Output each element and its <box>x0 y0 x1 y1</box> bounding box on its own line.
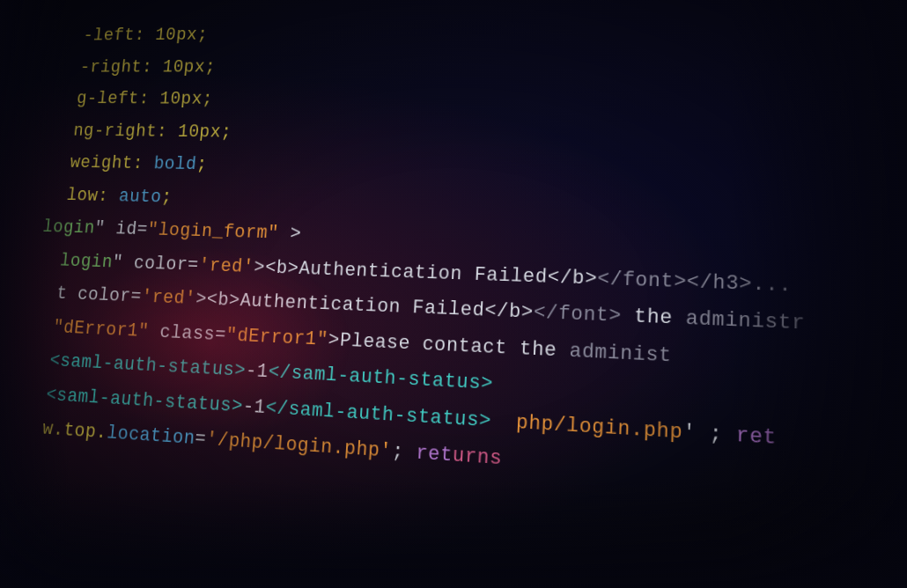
code-line: -right: 10px; <box>58 48 907 84</box>
code-screen: -left: 10px; -right: 10px; g-left: 10px;… <box>0 0 907 588</box>
code-block: -left: 10px; -right: 10px; g-left: 10px;… <box>0 0 907 558</box>
code-line: -left: 10px; <box>62 12 907 51</box>
code-line: g-left: 10px; <box>55 85 907 121</box>
